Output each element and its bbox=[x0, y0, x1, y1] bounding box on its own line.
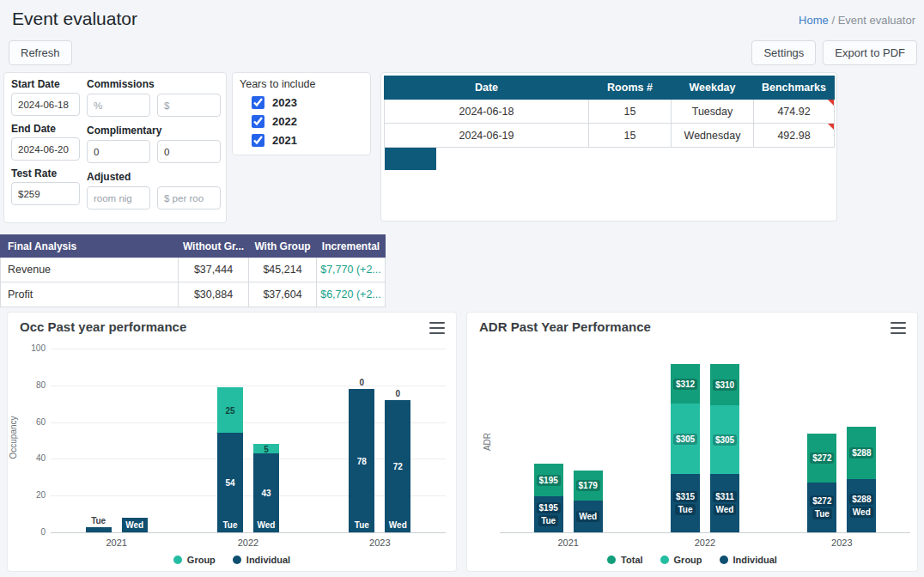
refresh-button[interactable]: Refresh bbox=[9, 40, 72, 65]
settings-button[interactable]: Settings bbox=[751, 40, 816, 65]
bar-segment-total: $310 bbox=[710, 364, 739, 405]
bar-value-label: $310 bbox=[713, 380, 737, 391]
y-axis-tick: 0 bbox=[21, 527, 46, 537]
bar-segment-total: $312 bbox=[671, 364, 700, 404]
commission-percent-input[interactable] bbox=[87, 94, 150, 117]
bar-segment-individual: $288Wed bbox=[847, 479, 876, 532]
dates-table-row: 2024-06-1915Wednesday492.98 bbox=[385, 124, 835, 148]
adjusted-rooms-input[interactable] bbox=[87, 186, 150, 210]
adr-bar-2023-Tue[interactable]: $272Tue$272 bbox=[807, 434, 836, 532]
legend-label: Individual bbox=[733, 555, 777, 565]
year-row-2023[interactable]: 2023 bbox=[252, 96, 370, 109]
year-checkbox-2023[interactable] bbox=[252, 96, 264, 109]
bar-segment-total: $179 bbox=[574, 471, 603, 501]
occ-bar-2021-Wed[interactable]: Wed bbox=[122, 518, 148, 532]
bar-segment-group: 5 bbox=[253, 444, 279, 453]
occ-bar-2021-Tue[interactable]: Tue bbox=[86, 527, 112, 532]
legend-dot bbox=[607, 556, 616, 564]
adr-bar-2022-Wed[interactable]: $311Wed$305$310 bbox=[710, 364, 739, 532]
legend-dot bbox=[720, 556, 728, 564]
start-date-label: Start Date bbox=[11, 78, 80, 90]
legend-label: Group bbox=[674, 555, 702, 565]
adr-chart-card: ADR Past Year Performance ADR 2021$195Tu… bbox=[466, 312, 918, 572]
bar-day-label: Wed bbox=[576, 511, 599, 522]
complimentary-dollar-input[interactable] bbox=[157, 140, 221, 163]
occ-bar-2022-Tue[interactable]: 5425Tue bbox=[217, 387, 243, 532]
bar-day-label: Wed bbox=[122, 520, 148, 530]
x-axis-line bbox=[500, 532, 910, 533]
year-checkbox-2021[interactable] bbox=[252, 134, 264, 147]
weekday-cell: Wednesday bbox=[672, 124, 754, 148]
bar-segment-individual: $315Tue bbox=[671, 474, 700, 532]
year-checkbox-2022[interactable] bbox=[252, 115, 264, 128]
legend-item-individual[interactable]: Individual bbox=[233, 555, 290, 565]
commissions-label: Commissions bbox=[87, 78, 221, 90]
fa-head-row: Final AnalysisWithout Gr...With GroupInc… bbox=[1, 235, 386, 258]
fa-col-header: With Group bbox=[249, 235, 317, 258]
adr-chart-title: ADR Past Year Performance bbox=[479, 319, 651, 334]
export-pdf-button[interactable]: Export to PDF bbox=[823, 40, 917, 65]
dates-table: DateRooms #WeekdayBenchmarks 2024-06-181… bbox=[384, 76, 835, 148]
adr-legend: TotalGroupIndividual bbox=[467, 555, 917, 565]
date-cell: 2024-06-18 bbox=[385, 100, 589, 124]
bar-value-label: $288 bbox=[849, 447, 873, 459]
bar-top-label: 0 bbox=[349, 378, 374, 387]
x-category-label: 2022 bbox=[222, 538, 274, 548]
dates-table-row: 2024-06-1815Tuesday474.92 bbox=[385, 100, 835, 124]
x-category-label: 2023 bbox=[354, 538, 405, 548]
breadcrumb: Home / Event evaluator bbox=[799, 14, 915, 27]
adr-bar-2023-Wed[interactable]: $288Wed$288 bbox=[847, 427, 876, 532]
bar-value-label: $195 bbox=[537, 502, 561, 513]
adr-bar-2022-Tue[interactable]: $315Tue$305$312 bbox=[671, 364, 700, 532]
occ-bar-2023-Tue[interactable]: 78Tue0 bbox=[349, 389, 374, 532]
test-rate-input[interactable] bbox=[11, 182, 80, 205]
bar-value-label: $272 bbox=[810, 495, 834, 507]
legend-label: Individual bbox=[246, 555, 290, 565]
legend-item-group[interactable]: Group bbox=[660, 555, 702, 565]
x-category-label: 2021 bbox=[91, 538, 143, 548]
breadcrumb-home-link[interactable]: Home bbox=[799, 14, 829, 27]
benchmark-cell: 474.92 bbox=[754, 100, 835, 124]
year-row-2021[interactable]: 2021 bbox=[252, 134, 370, 147]
adr-bar-2021-Tue[interactable]: $195Tue$195 bbox=[534, 464, 563, 532]
complimentary-rooms-input[interactable] bbox=[87, 140, 150, 163]
bar-day-label: Tue bbox=[675, 504, 695, 515]
bar-value-label: $305 bbox=[713, 434, 737, 446]
occ-bar-2022-Wed[interactable]: 435Wed bbox=[253, 444, 279, 532]
bar-day-label: Wed bbox=[385, 520, 410, 530]
year-label: 2021 bbox=[272, 134, 297, 147]
y-axis-tick: 80 bbox=[21, 380, 46, 390]
bar-segment-group: $305 bbox=[710, 405, 739, 474]
occ-y-axis-title: Occupancy bbox=[9, 408, 18, 468]
fa-row-label: Revenue bbox=[1, 258, 179, 282]
bar-top-label: 0 bbox=[385, 389, 410, 398]
y-axis-tick: 100 bbox=[21, 343, 46, 353]
adjusted-label: Adjusted bbox=[87, 171, 221, 183]
end-date-input[interactable] bbox=[11, 137, 80, 161]
adjusted-rate-input[interactable] bbox=[157, 186, 221, 210]
legend-item-total[interactable]: Total bbox=[607, 555, 642, 565]
years-title: Years to include bbox=[240, 78, 370, 90]
year-row-2022[interactable]: 2022 bbox=[252, 115, 370, 128]
bar-value-label: $315 bbox=[673, 491, 697, 502]
year-label: 2023 bbox=[272, 96, 297, 109]
bar-segment-individual: $311Wed bbox=[710, 474, 739, 532]
bar-value-label: 25 bbox=[217, 405, 243, 415]
years-list: 202320222021 bbox=[233, 96, 370, 147]
adr-bar-2021-Wed[interactable]: Wed$179 bbox=[574, 471, 603, 532]
filters-card: Start Date End Date Test Rate Commission… bbox=[3, 72, 227, 223]
legend-label: Group bbox=[187, 555, 216, 565]
rooms-cell: 15 bbox=[589, 100, 672, 124]
occ-chart-title: Occ Past year performance bbox=[20, 319, 186, 334]
adr-chart-menu-icon[interactable] bbox=[890, 321, 907, 335]
commission-dollar-input[interactable] bbox=[157, 94, 221, 117]
bar-segment-total: $195 bbox=[534, 464, 563, 496]
occ-chart-menu-icon[interactable] bbox=[429, 321, 446, 335]
occ-bar-2023-Wed[interactable]: 72Wed0 bbox=[385, 400, 410, 532]
legend-item-group[interactable]: Group bbox=[173, 555, 216, 565]
bar-day-label: Tue bbox=[217, 520, 243, 530]
complimentary-label: Complimentary bbox=[87, 125, 221, 137]
legend-item-individual[interactable]: Individual bbox=[720, 555, 777, 565]
start-date-input[interactable] bbox=[11, 93, 80, 116]
bar-segment-individual: 54 bbox=[217, 433, 243, 532]
